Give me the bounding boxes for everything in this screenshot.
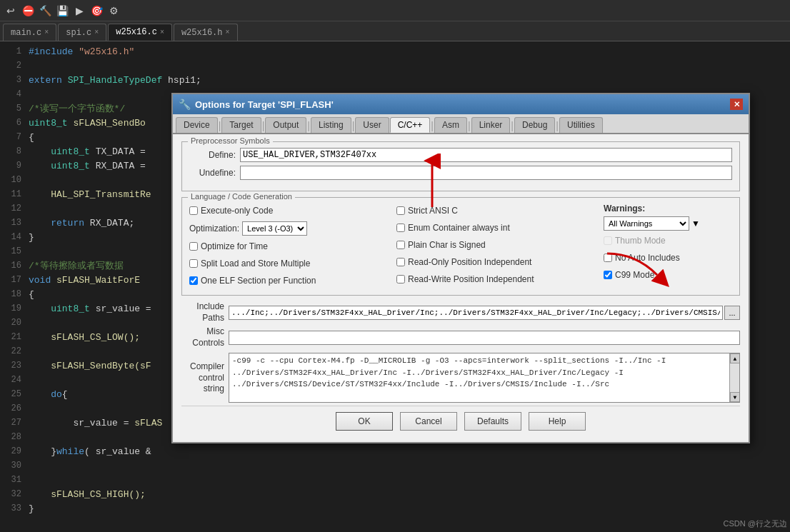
compiler-control-area: -c99 -c --cpu Cortex-M4.fp -D__MICROLIB … (229, 353, 740, 403)
language-section: Execute-only Code Optimization: Level 3 … (189, 204, 732, 288)
enum-container-label: Enum Container always int (408, 223, 510, 233)
dialog-body: Preprocessor Symbols Define: Undefine: L… (173, 134, 749, 442)
tab-w25x16-c[interactable]: w25x16.c × (108, 24, 172, 41)
enum-container-row: Enum Container always int (396, 221, 596, 235)
define-input[interactable] (240, 148, 732, 162)
tab-spi-c-label: spi.c (66, 28, 91, 38)
code-line-29: 29 }while( sr_value & (0, 444, 790, 458)
tab-linker[interactable]: Linker (471, 117, 511, 133)
code-line-33: 33 } (0, 501, 790, 516)
one-elf-row: One ELF Section per Function (189, 273, 389, 288)
preprocessor-title: Preprocessor Symbols (188, 136, 273, 145)
undefine-label: Undefine: (189, 168, 236, 178)
tab-output[interactable]: Output (265, 117, 306, 133)
dialog-titlebar: 🔧 Options for Target 'SPI_FLASH' ✕ (173, 94, 749, 114)
dialog-footer: OK Cancel Defaults Help (181, 406, 740, 435)
no-auto-includes-checkbox[interactable] (604, 254, 612, 262)
warnings-select-row: All Warnings No Warnings MISRA Warnings … (604, 216, 732, 231)
scrollbar-down-button[interactable]: ▼ (730, 392, 740, 402)
tab-asm[interactable]: Asm (434, 117, 467, 133)
define-row: Define: (189, 148, 732, 162)
plain-char-row: Plain Char is Signed (396, 238, 596, 252)
language-group: Language / Code Generation Execute-only … (181, 197, 740, 296)
no-auto-includes-row: No Auto Includes (604, 251, 732, 265)
tab-main-c-label: main.c (11, 28, 41, 38)
undefine-row: Undefine: (189, 166, 732, 180)
tab-listing[interactable]: Listing (311, 117, 351, 133)
include-browse-button[interactable]: ... (724, 306, 740, 320)
toolbar-btn-stop[interactable]: ⛔ (20, 3, 36, 19)
include-paths-row: IncludePaths ... (181, 301, 740, 323)
thumb-mode-checkbox[interactable] (604, 236, 612, 245)
misc-controls-input[interactable] (229, 331, 740, 345)
c99-mode-label: C99 Mode (615, 270, 654, 280)
tab-main-c[interactable]: main.c × (3, 24, 56, 41)
compiler-scrollbar[interactable]: ▲ ▼ (729, 353, 739, 402)
split-load-checkbox[interactable] (189, 259, 198, 268)
dialog-title-text: Options for Target 'SPI_FLASH' (195, 99, 334, 110)
readonly-pos-row: Read-Only Position Independent (396, 255, 596, 269)
tabs-bar: main.c × spi.c × w25x16.c × w25x16.h × (0, 21, 790, 41)
code-line-1: 1 #include "w25x16.h" (0, 44, 790, 59)
code-line-32: 32 sFLASH_CS_HIGH(); (0, 487, 790, 501)
help-button[interactable]: Help (529, 412, 586, 431)
toolbar-btn-save[interactable]: 💾 (54, 3, 70, 19)
misc-controls-row: MiscControls (181, 326, 740, 348)
no-auto-includes-label: No Auto Includes (615, 253, 680, 263)
cancel-button[interactable]: Cancel (400, 412, 457, 431)
execute-only-row: Execute-only Code (189, 204, 389, 218)
misc-controls-label: MiscControls (181, 326, 224, 348)
toolbar-btn-run[interactable]: ▶ (71, 3, 87, 19)
defaults-button[interactable]: Defaults (464, 412, 521, 431)
one-elf-checkbox[interactable] (189, 276, 198, 285)
optimization-row: Optimization: Level 3 (-O3) Level 0 (-O0… (189, 221, 389, 236)
toolbar-btn-back[interactable]: ↩ (3, 3, 19, 19)
compiler-line-1: -c99 -c --cpu Cortex-M4.fp -D__MICROLIB … (232, 355, 736, 367)
tab-spi-c[interactable]: spi.c × (58, 24, 106, 41)
tab-device[interactable]: Device (176, 117, 218, 133)
optimize-time-checkbox[interactable] (189, 242, 198, 251)
dialog-close-button[interactable]: ✕ (730, 99, 743, 110)
readwrite-pos-checkbox[interactable] (396, 275, 405, 283)
toolbar-btn-options[interactable]: ⚙ (106, 3, 121, 19)
tab-w25x16-h[interactable]: w25x16.h × (174, 24, 238, 41)
readwrite-pos-row: Read-Write Position Independent (396, 272, 596, 286)
scrollbar-up-button[interactable]: ▲ (730, 353, 740, 363)
toolbar-btn-target[interactable]: 🎯 (89, 3, 104, 19)
lang-col-2: Strict ANSI C Enum Container always int … (396, 204, 596, 288)
strict-ansi-checkbox[interactable] (396, 206, 405, 215)
optimization-label: Optimization: (189, 224, 239, 234)
include-section: IncludePaths ... MiscControls (181, 301, 740, 348)
readwrite-pos-label: Read-Write Position Independent (408, 274, 534, 284)
tab-cpp[interactable]: C/C++ (390, 117, 431, 133)
code-line-31: 31 (0, 473, 790, 487)
readonly-pos-checkbox[interactable] (396, 258, 405, 266)
tab-main-c-close[interactable]: × (44, 29, 49, 36)
tab-w25x16-c-close[interactable]: × (160, 29, 164, 36)
c99-mode-checkbox[interactable] (604, 271, 612, 279)
tab-debug[interactable]: Debug (514, 117, 555, 133)
strict-ansi-row: Strict ANSI C (396, 204, 596, 218)
tab-target[interactable]: Target (221, 117, 261, 133)
warnings-col: Warnings: All Warnings No Warnings MISRA… (604, 204, 732, 288)
ok-button[interactable]: OK (336, 412, 393, 431)
tab-spi-c-close[interactable]: × (94, 29, 99, 36)
warnings-dropdown-icon: ▼ (691, 219, 700, 229)
include-paths-input[interactable] (229, 306, 723, 320)
include-paths-label: IncludePaths (181, 301, 224, 323)
execute-only-label: Execute-only Code (201, 206, 273, 216)
plain-char-checkbox[interactable] (396, 241, 405, 249)
tab-w25x16-h-label: w25x16.h (181, 28, 223, 38)
enum-container-checkbox[interactable] (396, 224, 405, 232)
tab-user[interactable]: User (355, 117, 389, 133)
execute-only-checkbox[interactable] (189, 206, 198, 215)
compiler-control-label: Compilercontrolstring (181, 361, 224, 395)
undefine-input[interactable] (240, 166, 732, 180)
dialog-title-icon: 🔧 (179, 99, 191, 110)
warnings-select[interactable]: All Warnings No Warnings MISRA Warnings (604, 216, 689, 231)
optimization-select[interactable]: Level 3 (-O3) Level 0 (-O0) Level 1 (-O1… (242, 221, 307, 236)
tab-utilities[interactable]: Utilities (559, 117, 603, 133)
toolbar-btn-build[interactable]: 🔨 (37, 3, 53, 19)
tab-w25x16-h-close[interactable]: × (226, 29, 230, 36)
code-line-2: 2 (0, 59, 790, 73)
